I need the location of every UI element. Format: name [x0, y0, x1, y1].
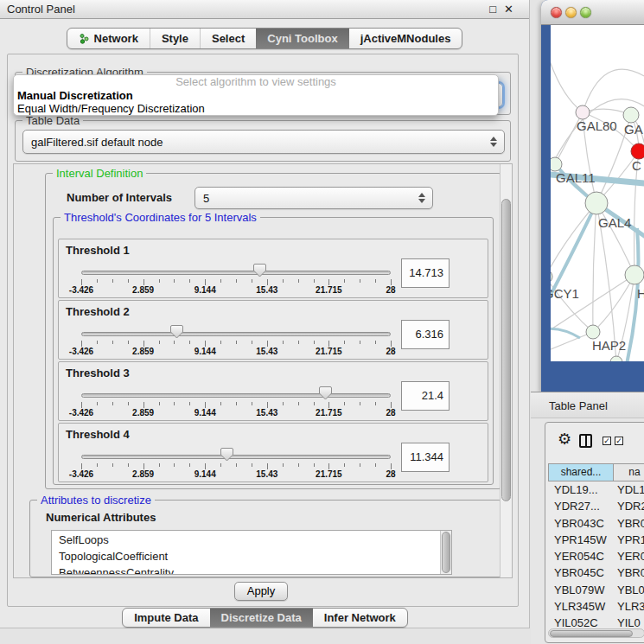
cell-shared-name[interactable]: YIL052C — [548, 615, 614, 628]
table-horizontal-scrollbar[interactable] — [548, 628, 644, 638]
slider-tick — [112, 402, 113, 405]
cell-shared-name[interactable]: YPR145W — [548, 532, 614, 548]
node-hap2[interactable] — [586, 325, 600, 339]
tab-impute-data[interactable]: Impute Data — [123, 609, 209, 627]
attribute-list-item[interactable]: SelfLoops — [52, 532, 439, 548]
label-gal80: GAL80 — [577, 118, 617, 133]
threshold-4-slider-track[interactable] — [81, 455, 391, 459]
minimize-traffic-icon[interactable] — [565, 7, 577, 18]
checkbox-icon[interactable]: ✓ — [603, 437, 611, 445]
table-row[interactable]: YPR145WYPR1 — [548, 532, 644, 548]
tab-select[interactable]: Select — [200, 29, 256, 48]
slider-tick — [391, 402, 392, 408]
settings-vertical-scrollbar[interactable] — [500, 164, 512, 577]
table-row[interactable]: YLR345WYLR3 — [548, 598, 644, 615]
cell-name[interactable]: YDR2 — [614, 498, 644, 514]
threshold-3-slider-track[interactable] — [81, 393, 391, 398]
table-row[interactable]: YER054CYER0 — [548, 548, 644, 564]
popup-option-equal-width-frequency[interactable]: Equal Width/Frequency Discretization — [14, 102, 498, 115]
threshold-1-value[interactable]: 14.713 — [401, 258, 450, 288]
cell-shared-name[interactable]: YDR27... — [548, 498, 614, 514]
label-h-partial: H — [637, 286, 644, 301]
cell-shared-name[interactable]: YER054C — [548, 548, 614, 564]
table-data-combobox[interactable]: galFiltered.sif default node — [22, 130, 505, 154]
threshold-2-slider-thumb[interactable] — [170, 324, 183, 339]
threshold-4-value[interactable]: 11.344 — [401, 443, 450, 472]
cell-name[interactable]: YER0 — [614, 548, 644, 564]
zoom-traffic-icon[interactable] — [580, 7, 591, 18]
table-row[interactable]: YDR27...YDR2 — [548, 498, 644, 514]
threshold-1-slider-track[interactable] — [81, 271, 391, 275]
popup-placeholder-option[interactable]: Select algorithm to view settings — [14, 75, 498, 89]
cell-name[interactable]: YPR1 — [614, 532, 644, 548]
tab-jactivemnodules[interactable]: jActiveMNodules — [349, 29, 462, 48]
close-traffic-icon[interactable] — [551, 7, 562, 18]
checkbox-icon[interactable]: ✓ — [615, 437, 623, 445]
popup-option-manual-discretization[interactable]: Manual Discretization — [14, 89, 498, 102]
table-row[interactable]: YBR045CYBR0 — [548, 564, 644, 581]
attributes-list-scrollbar[interactable] — [440, 531, 451, 574]
slider-tick — [375, 279, 376, 283]
number-of-intervals-combobox[interactable]: 5 — [194, 187, 433, 209]
column-header-name[interactable]: na — [614, 463, 644, 481]
cell-name[interactable]: YBR0 — [614, 564, 644, 581]
cell-shared-name[interactable]: YDL19... — [548, 481, 614, 498]
cell-shared-name[interactable]: YBR043C — [548, 515, 614, 532]
node-gal4[interactable] — [585, 192, 608, 214]
tab-network[interactable]: Network — [67, 29, 150, 48]
slider-tick — [112, 341, 113, 344]
table-row[interactable]: YDL19...YDL1 — [548, 481, 644, 498]
slider-tick-labels: -3.4262.8599.14415.4321.71528 — [81, 347, 391, 357]
table-row[interactable]: YBR043CYBR0 — [548, 515, 644, 532]
node-red-selected[interactable] — [631, 143, 644, 159]
slider-tick-label: 15.43 — [256, 285, 277, 295]
slider-tick — [205, 463, 206, 469]
node-h-partial[interactable] — [625, 265, 644, 284]
tab-cyni-toolbox[interactable]: Cyni Toolbox — [256, 29, 348, 48]
threshold-3-slider-thumb[interactable] — [319, 386, 332, 400]
threshold-4-slider-thumb[interactable] — [220, 447, 233, 462]
cell-shared-name[interactable]: YLR345W — [548, 598, 614, 615]
slider-tick — [81, 402, 82, 408]
tab-discretize-data[interactable]: Discretize Data — [210, 609, 313, 627]
slider-tick — [128, 463, 129, 467]
slider-tick — [81, 463, 82, 469]
threshold-2-slider-track[interactable] — [81, 332, 391, 336]
cell-shared-name[interactable]: YBL079W — [548, 582, 614, 598]
cell-name[interactable]: YDL1 — [614, 481, 644, 498]
float-window-icon[interactable]: □ — [489, 0, 496, 19]
close-icon[interactable]: ✕ — [504, 0, 513, 19]
cell-name[interactable]: YIL0 — [614, 615, 644, 628]
slider-tick — [174, 463, 175, 467]
cell-name[interactable]: YBR0 — [614, 515, 644, 532]
tab-style[interactable]: Style — [150, 29, 200, 48]
node-gcy1[interactable] — [551, 270, 552, 284]
table-row[interactable]: YBL079WYBL0 — [548, 582, 644, 598]
split-columns-icon[interactable] — [579, 434, 592, 448]
threshold-3-value[interactable]: 21.4 — [401, 381, 450, 411]
apply-button[interactable]: Apply — [234, 582, 288, 601]
slider-tick — [174, 279, 175, 283]
node-bottom-partial[interactable] — [610, 356, 622, 361]
column-header-shared-name[interactable]: shared... — [548, 463, 614, 481]
table-row[interactable]: YIL052CYIL0 — [548, 615, 644, 628]
slider-tick — [220, 463, 221, 467]
threshold-2-value[interactable]: 6.316 — [401, 320, 450, 349]
node-gal11[interactable] — [551, 157, 562, 171]
cell-name[interactable]: YLR3 — [614, 598, 644, 615]
node-gal80[interactable] — [576, 105, 590, 119]
slider-tick — [236, 279, 237, 283]
cell-shared-name[interactable]: YBR045C — [548, 564, 614, 581]
gear-icon[interactable]: ⚙ — [558, 431, 571, 447]
table-rows: YDL19...YDL1YDR27...YDR2YBR043CYBR0YPR14… — [548, 481, 644, 628]
network-canvas[interactable]: GAL80 GA C GAL11 GAL4 GCY1 H HAP2 — [551, 25, 644, 361]
tab-infer-network[interactable]: Infer Network — [313, 609, 407, 627]
attribute-list-item[interactable]: BetweennessCentrality — [52, 564, 439, 575]
threshold-1-slider-thumb[interactable] — [253, 263, 266, 277]
slider-tick-label: 15.43 — [256, 469, 277, 479]
table-panel-header: Table Panel — [531, 392, 644, 418]
node-gal-partial[interactable] — [623, 107, 639, 123]
slider-tick — [344, 402, 345, 405]
attribute-list-item[interactable]: TopologicalCoefficient — [52, 548, 439, 564]
cell-name[interactable]: YBL0 — [614, 582, 644, 598]
